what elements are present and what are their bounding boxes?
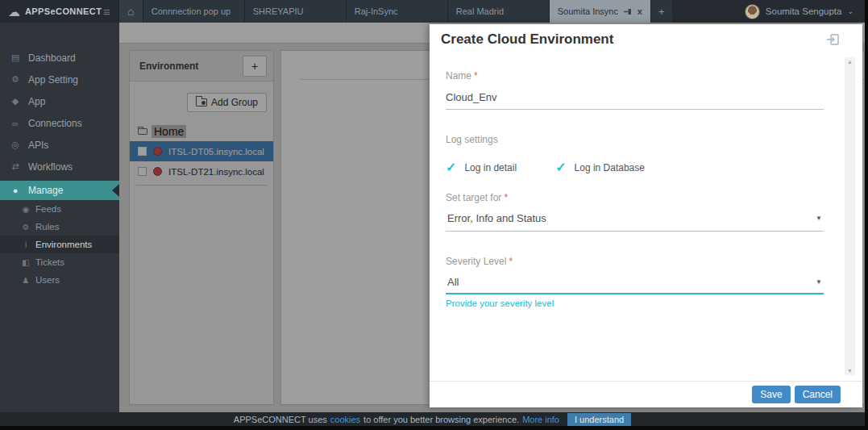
user-avatar	[745, 4, 760, 19]
modal-body: Name* Cloud_Env Log settings ✓ Log in de…	[430, 54, 862, 381]
sidebar-item-label: Dashboard	[28, 52, 76, 64]
log-settings-label: Log settings	[446, 134, 824, 145]
tab-soumita-insync-active[interactable]: Soumita Insync x	[550, 0, 651, 23]
select-caret-icon: ▼	[816, 215, 822, 222]
sidebar-item-manage[interactable]: ● Manage	[0, 181, 119, 200]
tab-real-madrid[interactable]: Real Madrid	[448, 0, 550, 23]
hamburger-menu-icon[interactable]: ≡	[95, 0, 118, 23]
name-field-label: Name*	[446, 70, 824, 81]
save-button[interactable]: Save	[752, 386, 790, 403]
home-icon: ⌂	[127, 5, 134, 18]
sidebar-item-connections[interactable]: ∞ Connections	[0, 112, 119, 134]
checkmark-icon: ✓	[446, 161, 456, 174]
sidebar-item-label: Tickets	[35, 257, 64, 267]
connections-icon: ∞	[10, 119, 21, 128]
chevron-down-icon: ⌄	[847, 7, 853, 15]
cookie-text-middle: to offer you better browsing experience.	[363, 415, 519, 424]
severity-level-select[interactable]: All ▼	[446, 276, 824, 294]
set-target-for-select[interactable]: Error, Info and Status ▼	[446, 212, 824, 232]
sidebar-item-rules[interactable]: ⚙ Rules	[0, 218, 119, 236]
modal-header: Create Cloud Environment	[430, 24, 862, 54]
create-cloud-environment-modal: Create Cloud Environment Name* Cloud_Env…	[430, 24, 862, 407]
sidebar-item-label: Users	[35, 275, 60, 285]
exit-panel-icon[interactable]	[826, 33, 840, 46]
checkbox-label: Log in detail	[464, 162, 517, 173]
select-value: Error, Info and Status	[447, 212, 546, 224]
sidebar-item-dashboard[interactable]: ▤ Dashboard	[0, 47, 119, 69]
cancel-button[interactable]: Cancel	[795, 386, 841, 403]
set-target-for-label: Set target for*	[446, 192, 824, 203]
field-label-text: Set target for	[446, 192, 501, 203]
severity-level-label: Severity Level*	[446, 256, 824, 267]
user-menu[interactable]: Soumita Sengupta ⌄	[733, 0, 865, 23]
i-understand-button[interactable]: I understand	[567, 413, 631, 426]
sidebar-item-users[interactable]: ♟ Users	[0, 271, 119, 289]
select-caret-icon: ▼	[816, 278, 822, 286]
tab-bar: Connnection pop up SHREYAPIU Raj-InSync …	[143, 0, 672, 23]
name-input[interactable]: Cloud_Env	[446, 91, 824, 110]
tab-shreyapiu[interactable]: SHREYAPIU	[245, 0, 347, 23]
tab-connnection-pop-up[interactable]: Connnection pop up	[143, 0, 245, 23]
brand-name: APPSeCONNECT	[25, 6, 102, 16]
app-icon: ◆	[10, 96, 21, 106]
sidebar-nav: ▤ Dashboard ⚙ App Setting ◆ App ∞ Connec…	[0, 23, 119, 289]
select-value: All	[447, 276, 459, 288]
sidebar-item-label: Rules	[35, 222, 59, 232]
feeds-icon: ◉	[21, 205, 31, 214]
tab-label: Soumita Insync	[558, 6, 618, 16]
checkmark-icon: ✓	[555, 161, 566, 174]
home-tab-button[interactable]: ⌂	[118, 0, 143, 23]
tab-label: Raj-InSync	[355, 6, 398, 16]
info-icon: i	[21, 240, 31, 249]
manage-icon: ●	[10, 186, 21, 195]
rules-icon: ⚙	[21, 223, 31, 232]
sidebar-item-tickets[interactable]: ◧ Tickets	[0, 253, 119, 271]
tab-controls: x	[624, 6, 642, 16]
sidebar-item-app-setting[interactable]: ⚙ App Setting	[0, 69, 119, 90]
cloud-logo-icon: ☁	[8, 6, 20, 18]
field-label-text: Name	[446, 70, 471, 81]
required-marker: *	[474, 70, 478, 81]
severity-hint: Provide your severity level	[446, 298, 824, 308]
sidebar-item-app[interactable]: ◆ App	[0, 90, 119, 112]
tab-label: Connnection pop up	[152, 6, 230, 16]
dashboard-icon: ▤	[10, 52, 21, 63]
sidebar: ▤ Dashboard ⚙ App Setting ◆ App ∞ Connec…	[0, 23, 119, 412]
sidebar-item-workflows[interactable]: ⇄ Workflows	[0, 156, 119, 177]
required-marker: *	[504, 192, 508, 203]
tab-label: SHREYAPIU	[253, 6, 304, 16]
sidebar-item-label: Environments	[35, 240, 92, 249]
apis-icon: ◎	[10, 140, 21, 150]
required-marker: *	[509, 256, 513, 267]
sidebar-item-label: Workflows	[28, 161, 73, 173]
more-info-link[interactable]: More info	[522, 415, 559, 424]
top-bar: ☁ APPSeCONNECT ≡ ⌂ Connnection pop up SH…	[0, 0, 865, 23]
checkbox-label: Log in Database	[575, 162, 645, 173]
sidebar-item-label: Feeds	[35, 204, 61, 214]
modal-title: Create Cloud Environment	[441, 31, 613, 48]
sidebar-item-label: App	[28, 96, 45, 107]
tab-raj-insync[interactable]: Raj-InSync	[347, 0, 448, 23]
sidebar-item-apis[interactable]: ◎ APIs	[0, 134, 119, 156]
field-label-text: Severity Level	[446, 256, 506, 267]
tab-label: Real Madrid	[456, 6, 504, 16]
close-tab-icon[interactable]: x	[638, 6, 642, 16]
checkbox-log-in-detail[interactable]: ✓ Log in detail	[446, 161, 517, 174]
user-name: Soumita Sengupta	[766, 6, 842, 16]
workflows-icon: ⇄	[10, 161, 21, 172]
user-icon: ♟	[21, 276, 31, 285]
sidebar-item-environments[interactable]: i Environments	[0, 236, 119, 253]
sidebar-item-label: Manage	[28, 185, 63, 196]
app-setting-icon: ⚙	[10, 74, 21, 85]
screenshot-root: ☁ APPSeCONNECT ≡ ⌂ Connnection pop up SH…	[0, 0, 868, 430]
new-tab-button[interactable]: +	[651, 0, 672, 23]
brand-logo: ☁ APPSeCONNECT	[0, 0, 95, 23]
sidebar-item-feeds[interactable]: ◉ Feeds	[0, 200, 119, 218]
sidebar-item-label: App Setting	[28, 74, 78, 86]
pin-icon[interactable]	[624, 8, 633, 15]
checkbox-log-in-database[interactable]: ✓ Log in Database	[555, 161, 645, 174]
log-settings-checkboxes: ✓ Log in detail ✓ Log in Database	[446, 161, 824, 174]
modal-scrollbar[interactable]	[845, 57, 855, 375]
cookies-link[interactable]: cookies	[330, 415, 360, 424]
modal-footer: Save Cancel	[430, 381, 862, 407]
